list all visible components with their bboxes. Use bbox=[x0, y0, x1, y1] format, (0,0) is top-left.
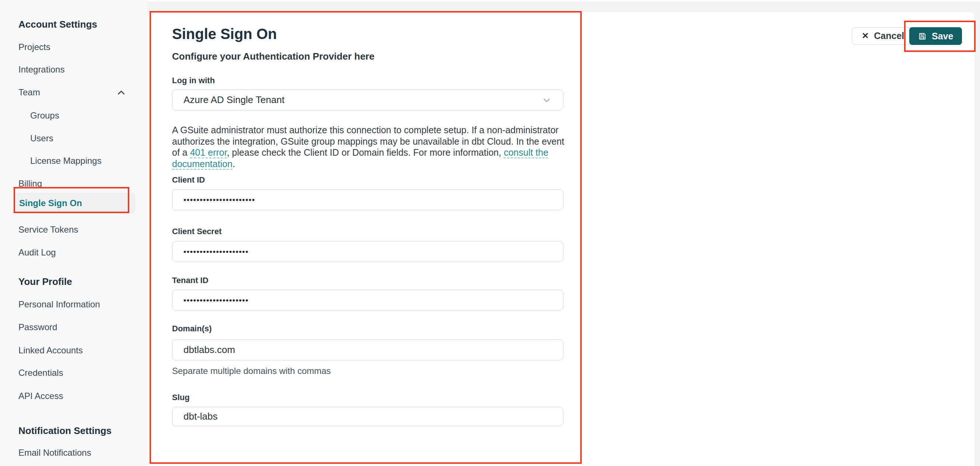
cancel-button-label: Cancel bbox=[874, 30, 904, 41]
top-white-strip bbox=[147, 0, 980, 2]
slug-input[interactable] bbox=[172, 407, 563, 426]
client-id-label: Client ID bbox=[172, 175, 205, 185]
link-401-error[interactable]: 401 error bbox=[190, 147, 227, 158]
sidebar-item-personal-information[interactable]: Personal Information bbox=[18, 298, 100, 311]
sidebar-item-projects[interactable]: Projects bbox=[18, 41, 51, 53]
tenant-id-input[interactable] bbox=[172, 290, 563, 311]
settings-sidebar: Account Settings Projects Integrations T… bbox=[0, 0, 147, 466]
domains-input[interactable] bbox=[172, 339, 563, 360]
sidebar-heading-account-settings: Account Settings bbox=[18, 19, 97, 30]
domains-label: Domain(s) bbox=[172, 324, 212, 333]
sidebar-item-credentials[interactable]: Credentials bbox=[18, 367, 63, 379]
sidebar-item-linked-accounts[interactable]: Linked Accounts bbox=[18, 344, 83, 357]
sidebar-item-groups[interactable]: Groups bbox=[30, 109, 59, 122]
sidebar-item-api-access[interactable]: API Access bbox=[18, 390, 63, 402]
sidebar-item-single-sign-on[interactable]: Single Sign On bbox=[16, 193, 135, 214]
login-with-select[interactable]: Azure AD Single Tenant bbox=[172, 89, 563, 111]
login-with-label: Log in with bbox=[172, 76, 215, 86]
gsuite-notice-text: A GSuite administrator must authorize th… bbox=[172, 124, 569, 169]
page-title: Single Sign On bbox=[172, 26, 277, 42]
slug-label: Slug bbox=[172, 393, 190, 402]
save-button[interactable]: Save bbox=[909, 27, 962, 45]
sidebar-item-label: Single Sign On bbox=[19, 198, 82, 208]
sidebar-item-audit-log[interactable]: Audit Log bbox=[18, 246, 56, 259]
cancel-button[interactable]: ✕ Cancel bbox=[852, 27, 914, 44]
sidebar-item-team[interactable]: Team bbox=[18, 86, 40, 99]
sidebar-item-email-notifications[interactable]: Email Notifications bbox=[18, 447, 91, 459]
sidebar-heading-notification-settings: Notification Settings bbox=[18, 425, 111, 437]
login-with-selected-value: Azure AD Single Tenant bbox=[183, 94, 542, 106]
notice-segment: , please check the Client ID or Domain f… bbox=[227, 147, 504, 157]
client-id-input[interactable] bbox=[172, 189, 563, 210]
chevron-up-icon[interactable] bbox=[116, 88, 126, 98]
sidebar-item-billing[interactable]: Billing bbox=[18, 178, 42, 190]
client-secret-label: Client Secret bbox=[172, 227, 222, 236]
save-button-label: Save bbox=[932, 31, 953, 41]
chevron-down-icon bbox=[542, 95, 552, 105]
page-subtitle: Configure your Authentication Provider h… bbox=[172, 51, 374, 62]
page: Account Settings Projects Integrations T… bbox=[0, 0, 980, 466]
sidebar-item-integrations[interactable]: Integrations bbox=[18, 63, 64, 76]
domains-helper-text: Separate multiple domains with commas bbox=[172, 366, 331, 376]
close-icon: ✕ bbox=[862, 32, 869, 40]
notice-segment: . bbox=[232, 159, 235, 169]
sidebar-item-users[interactable]: Users bbox=[30, 132, 53, 145]
sidebar-item-service-tokens[interactable]: Service Tokens bbox=[18, 223, 78, 236]
content-card bbox=[147, 12, 974, 466]
client-secret-input[interactable] bbox=[172, 241, 563, 262]
sidebar-item-password[interactable]: Password bbox=[18, 321, 57, 333]
sidebar-heading-your-profile: Your Profile bbox=[18, 276, 72, 287]
sidebar-item-license-mappings[interactable]: License Mappings bbox=[30, 155, 101, 167]
tenant-id-label: Tenant ID bbox=[172, 276, 208, 285]
save-floppy-icon bbox=[918, 32, 927, 41]
